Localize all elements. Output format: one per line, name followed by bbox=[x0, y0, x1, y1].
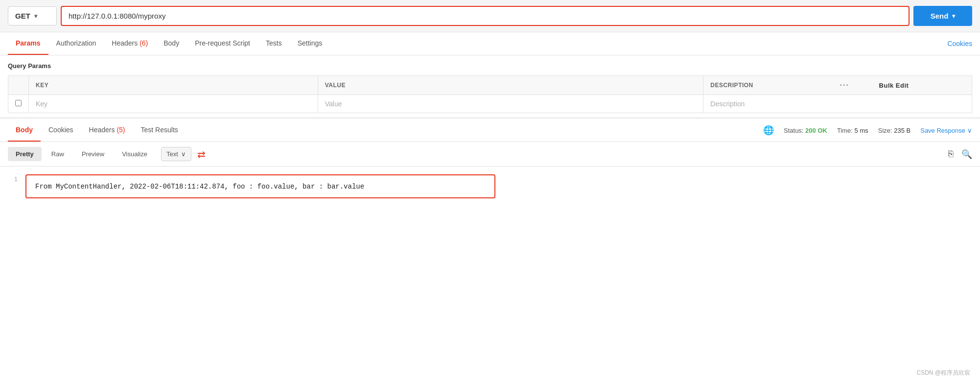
col-header-key: KEY bbox=[29, 76, 318, 95]
query-params-section: Query Params KEY VALUE DESCRIPTION ··· B… bbox=[0, 55, 980, 113]
row-description-placeholder: Description bbox=[710, 100, 745, 108]
col-header-check bbox=[8, 76, 29, 95]
send-label: Send bbox=[931, 12, 949, 20]
col-header-value: VALUE bbox=[318, 76, 703, 95]
response-headers-badge: (5) bbox=[117, 126, 125, 134]
tab-tests[interactable]: Tests bbox=[258, 32, 290, 55]
format-raw-button[interactable]: Raw bbox=[44, 147, 72, 161]
save-response-label: Save Response bbox=[920, 127, 965, 134]
method-label: GET bbox=[15, 12, 30, 20]
headers-badge: (6) bbox=[140, 39, 148, 47]
cookies-link[interactable]: Cookies bbox=[947, 40, 972, 48]
format-type-select[interactable]: Text ∨ bbox=[161, 147, 191, 161]
size-label: Size: 235 B bbox=[878, 127, 911, 134]
row-value-cell[interactable]: Value bbox=[318, 95, 703, 113]
status-label: Status: 200 OK bbox=[784, 127, 827, 134]
globe-icon: 🌐 bbox=[763, 125, 774, 136]
copy-icon[interactable]: ⎘ bbox=[948, 149, 954, 160]
tab-params[interactable]: Params bbox=[8, 32, 48, 55]
row-checkbox-cell bbox=[8, 95, 29, 113]
line-number-1: 1 bbox=[8, 174, 18, 183]
format-pretty-button[interactable]: Pretty bbox=[8, 147, 42, 161]
time-value: 5 ms bbox=[855, 127, 868, 134]
status-value: 200 OK bbox=[805, 127, 827, 134]
response-tab-test-results[interactable]: Test Results bbox=[133, 119, 186, 142]
format-preview-button[interactable]: Preview bbox=[74, 147, 112, 161]
tab-pre-request[interactable]: Pre-request Script bbox=[187, 32, 258, 55]
row-extra-cell bbox=[872, 95, 972, 113]
app-container: GET ▾ Send ▾ Params Authorization Header… bbox=[0, 0, 980, 383]
save-response-chevron: ∨ bbox=[967, 127, 972, 134]
tab-settings[interactable]: Settings bbox=[290, 32, 330, 55]
response-content-box: From MyContentHandler, 2022-02-06T18:11:… bbox=[25, 174, 495, 198]
row-key-cell[interactable]: Key bbox=[29, 95, 318, 113]
watermark: CSDN @程序员欣宸 bbox=[916, 369, 970, 377]
search-icon[interactable]: 🔍 bbox=[961, 149, 972, 160]
time-label: Time: 5 ms bbox=[837, 127, 868, 134]
params-table: KEY VALUE DESCRIPTION ··· Bulk Edit bbox=[8, 75, 972, 113]
format-actions: ⎘ 🔍 bbox=[948, 149, 972, 160]
tab-authorization[interactable]: Authorization bbox=[48, 32, 104, 55]
url-bar: GET ▾ Send ▾ bbox=[0, 0, 980, 32]
wrap-icon[interactable]: ⇄ bbox=[197, 148, 206, 160]
request-tabs: Params Authorization Headers (6) Body Pr… bbox=[0, 32, 980, 55]
row-value-placeholder: Value bbox=[325, 100, 342, 108]
format-type-chevron: ∨ bbox=[181, 150, 186, 158]
bulk-edit-button[interactable]: Bulk Edit bbox=[879, 82, 909, 89]
col-header-description: DESCRIPTION bbox=[703, 76, 833, 95]
method-chevron: ▾ bbox=[34, 13, 37, 20]
bulk-edit-header: Bulk Edit bbox=[872, 76, 972, 95]
response-tab-body[interactable]: Body bbox=[8, 119, 41, 142]
row-key-placeholder: Key bbox=[36, 100, 47, 108]
response-tab-cookies[interactable]: Cookies bbox=[41, 119, 81, 142]
format-bar: Pretty Raw Preview Visualize Text ∨ ⇄ ⎘ … bbox=[0, 142, 980, 167]
send-button[interactable]: Send ▾ bbox=[913, 6, 972, 26]
row-checkbox[interactable] bbox=[15, 100, 22, 106]
response-tab-headers[interactable]: Headers (5) bbox=[81, 119, 133, 142]
response-text: From MyContentHandler, 2022-02-06T18:11:… bbox=[35, 183, 364, 191]
size-value: 235 B bbox=[894, 127, 910, 134]
more-icon[interactable]: ··· bbox=[840, 81, 849, 89]
row-description-cell[interactable]: Description bbox=[703, 95, 833, 113]
response-status: 🌐 Status: 200 OK Time: 5 ms Size: 235 B … bbox=[763, 125, 972, 136]
save-response-button[interactable]: Save Response ∨ bbox=[920, 127, 972, 134]
response-section: Body Cookies Headers (5) Test Results 🌐 … bbox=[0, 117, 980, 383]
url-input-wrapper bbox=[61, 6, 910, 26]
url-input[interactable] bbox=[62, 7, 909, 25]
method-selector[interactable]: GET ▾ bbox=[8, 6, 57, 25]
format-visualize-button[interactable]: Visualize bbox=[114, 147, 155, 161]
send-chevron: ▾ bbox=[952, 13, 955, 20]
format-type-label: Text bbox=[166, 150, 178, 158]
response-tabs: Body Cookies Headers (5) Test Results 🌐 … bbox=[0, 119, 980, 142]
row-actions-cell bbox=[833, 95, 872, 113]
col-header-actions: ··· bbox=[833, 76, 872, 95]
tab-headers[interactable]: Headers (6) bbox=[104, 32, 156, 55]
tab-body[interactable]: Body bbox=[156, 32, 187, 55]
table-row: Key Value Description bbox=[8, 95, 972, 113]
query-params-title: Query Params bbox=[8, 62, 972, 70]
response-body: 1 From MyContentHandler, 2022-02-06T18:1… bbox=[0, 167, 980, 206]
response-line-1: 1 From MyContentHandler, 2022-02-06T18:1… bbox=[8, 174, 972, 198]
